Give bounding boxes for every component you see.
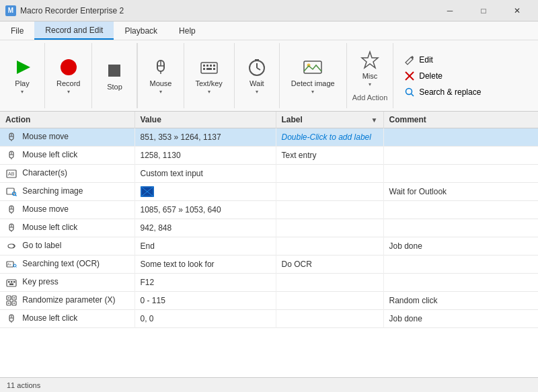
cell-value [134,183,276,201]
cell-action: Key press [0,274,134,292]
image-icon [302,56,323,78]
status-bar: 11 actions [0,377,538,392]
stop-button[interactable]: Stop [98,56,131,95]
cell-label[interactable] [276,183,383,201]
keyboard-icon [198,56,220,78]
svg-line-37 [15,195,17,196]
mouse-button[interactable]: Mouse ▾ [143,53,178,98]
cell-label[interactable] [276,310,383,328]
menu-help[interactable]: Help [168,22,206,40]
play-button[interactable]: Play ▾ [5,53,39,98]
cell-value: 0, 0 [134,310,276,328]
edit-group: Edit Delete Search & replace [393,43,538,108]
cell-comment: Job done [383,237,538,256]
misc-group: Misc ▾ Add Action [347,43,394,108]
table-row[interactable]: Mouse left click 0, 0 Job done [0,310,538,328]
cell-value: 0 - 115 [134,292,276,310]
svg-point-66 [13,303,15,304]
characters-icon: AB [5,167,17,180]
delete-button[interactable]: Delete [401,69,530,83]
search-icon [404,87,415,97]
cell-action: Mouse move [0,128,134,147]
svg-rect-12 [203,68,205,70]
table-row[interactable]: AB Character(s) Custom text input [0,165,538,183]
table-row[interactable]: Mouse move 1085, 657 » 1053, 640 [0,201,538,219]
cell-value: End [134,237,276,256]
mouse-click-icon [5,313,17,325]
actions-table-container: Action Value Label ▼ Comment Mouse move … [0,112,538,377]
minimize-button[interactable]: ─ [434,2,465,19]
misc-button[interactable]: Misc ▾ [353,46,387,91]
table-row[interactable]: Mouse move 851, 353 » 1264, 1137 Double-… [0,128,538,147]
column-header-action: Action [0,112,134,128]
search-replace-button[interactable]: Search & replace [401,85,530,99]
cell-label[interactable] [276,237,383,256]
cell-label[interactable] [276,274,383,292]
svg-point-52 [13,264,16,267]
cell-comment [383,219,538,237]
textkey-button[interactable]: Text/key ▾ [190,53,229,98]
svg-rect-56 [11,281,13,283]
cell-comment [383,128,538,147]
cell-label[interactable]: Do OCR [276,256,383,274]
cell-label[interactable] [276,292,383,310]
table-row[interactable]: Mouse left click 1258, 1130 Text entry [0,147,538,165]
svg-point-1 [61,59,77,75]
svg-point-64 [13,297,15,299]
svg-rect-11 [213,65,215,67]
svg-point-23 [406,88,412,94]
cell-action: Mouse left click [0,310,134,328]
cell-value: 851, 353 » 1264, 1137 [134,128,276,147]
detect-image-button[interactable]: Detect image ▾ [285,53,341,98]
play-icon [11,56,33,78]
cell-label[interactable]: Double-Click to add label [276,128,383,147]
svg-rect-9 [206,65,208,67]
svg-point-65 [8,303,9,304]
cell-label[interactable] [276,165,383,183]
play-group: Play ▾ [0,43,45,108]
cell-action: Mouse left click [0,219,134,237]
search-image-icon [5,186,17,198]
edit-button[interactable]: Edit [401,53,530,67]
label-dropdown-icon[interactable]: ▼ [371,116,378,124]
cell-label[interactable]: Text entry [276,147,383,165]
menu-file[interactable]: File [0,22,34,40]
stop-icon [104,60,125,81]
cell-comment: Random click [383,292,538,310]
status-text: 11 actions [7,381,40,389]
record-button[interactable]: Record ▾ [50,53,86,98]
cell-action: Mouse left click [0,147,134,165]
randomize-icon [5,295,17,307]
svg-rect-54 [7,280,16,286]
wait-group: Wait ▾ [235,43,280,108]
cell-label[interactable] [276,201,383,219]
menu-record-edit[interactable]: Record and Edit [34,22,114,40]
menu-playback[interactable]: Playback [114,22,168,40]
mouse-group: Mouse ▾ [137,43,184,108]
cell-comment [383,274,538,292]
mouse-click-icon [5,222,17,234]
wait-button[interactable]: Wait ▾ [240,53,274,98]
cell-value: 1258, 1130 [134,147,276,165]
cell-comment: Wait for Outlook [383,183,538,201]
close-button[interactable]: ✕ [502,2,533,19]
table-row[interactable]: A+ Searching text (OCR) Some text to loo… [0,256,538,274]
svg-rect-58 [9,284,13,286]
cell-value: Some text to look for [134,256,276,274]
app-icon: M [5,5,16,16]
delete-icon [404,71,415,81]
table-row[interactable]: Key press F12 [0,274,538,292]
column-header-comment: Comment [383,112,538,128]
table-row[interactable]: Randomize parameter (X) 0 - 115 Random c… [0,292,538,310]
table-row[interactable]: Searching image Wait for Outlook [0,183,538,201]
cell-label[interactable] [276,219,383,237]
maximize-button[interactable]: □ [468,2,499,19]
mouse-move-icon [5,131,17,143]
table-row[interactable]: Go to label End Job done [0,237,538,256]
cell-action: Searching image [0,183,134,201]
svg-rect-2 [108,65,120,77]
table-row[interactable]: Mouse left click 942, 848 [0,219,538,237]
clock-icon [246,56,268,78]
cell-action: A+ Searching text (OCR) [0,256,134,274]
record-icon [58,56,79,78]
